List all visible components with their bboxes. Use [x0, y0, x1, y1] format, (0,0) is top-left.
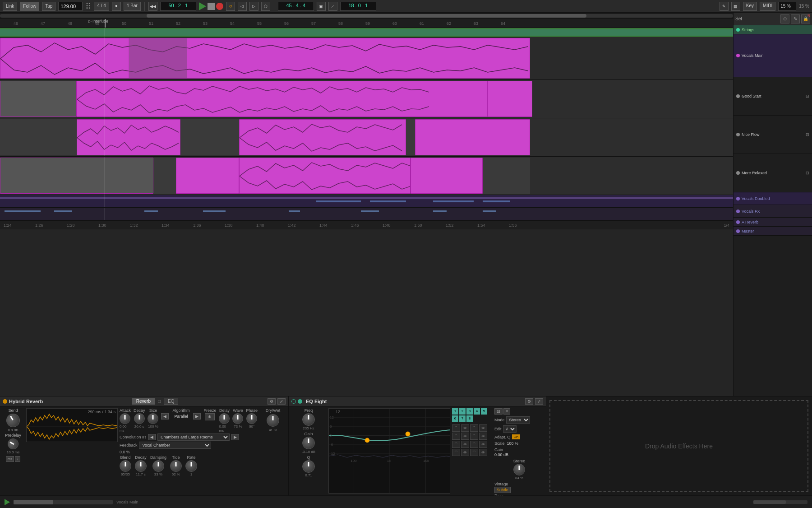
band-eye-5[interactable]: 👁 — [461, 441, 469, 448]
note-btn[interactable]: ♩ — [15, 456, 20, 462]
band-type-1[interactable]: ⌒ — [452, 424, 460, 432]
band-eye-6[interactable]: 👁 — [479, 441, 487, 448]
track-item-strings[interactable]: Strings — [734, 25, 812, 34]
track-item-vocals-main[interactable]: Vocals Main — [734, 34, 812, 77]
status-play-btn[interactable] — [5, 499, 10, 505]
band-type-7[interactable]: ⌒ — [452, 449, 460, 456]
band-eye-8[interactable]: 👁 — [479, 449, 487, 456]
track-item-a-reverb[interactable]: A Reverb — [734, 218, 812, 227]
rate-knob[interactable] — [185, 460, 197, 472]
more-relaxed-clip1[interactable] — [176, 158, 239, 194]
band-eye-1[interactable]: 👁 — [461, 424, 469, 432]
vintage-btn[interactable]: Subtle — [494, 487, 511, 493]
band-1-btn[interactable]: 1 — [452, 408, 458, 415]
reverb-tab-eq[interactable]: EQ — [164, 398, 178, 405]
eq-btn-1[interactable]: ⊡ — [494, 408, 503, 415]
stop-button[interactable] — [208, 3, 215, 10]
reverb-tab-reverb[interactable]: Reverb — [132, 398, 155, 405]
gain-knob[interactable] — [302, 437, 315, 449]
punch-out-button[interactable]: ▷ — [249, 2, 258, 11]
midi-button[interactable]: MIDI — [760, 2, 775, 11]
good-start-clip[interactable] — [77, 81, 528, 117]
edit-select[interactable]: A — [503, 425, 517, 433]
pencil-button[interactable]: ✎ — [720, 2, 729, 11]
reverb-resize-btn[interactable]: ⤢ — [277, 398, 286, 405]
attack-knob[interactable] — [120, 413, 130, 424]
band-4-btn[interactable]: 4 — [474, 408, 480, 415]
ir-prev-btn[interactable]: ◀ — [148, 434, 156, 440]
key-button[interactable]: Key — [743, 2, 757, 11]
nice-flow-track[interactable] — [0, 118, 733, 157]
zoom-input[interactable] — [778, 2, 796, 11]
size-knob[interactable] — [148, 413, 158, 424]
time-sig[interactable]: 4 / 4 — [94, 2, 109, 11]
tide-knob[interactable] — [170, 460, 182, 472]
follow-button[interactable]: Follow — [20, 2, 39, 11]
band-2-btn[interactable]: 2 — [459, 408, 466, 415]
band-3-btn[interactable]: 3 — [466, 408, 473, 415]
band-type-5[interactable]: ⌒ — [452, 441, 460, 448]
left-arrow-button[interactable]: ◀◀ — [148, 2, 157, 11]
tap-button[interactable]: Tap — [42, 2, 55, 11]
eq-btn-2[interactable]: ≡ — [503, 408, 510, 415]
band-8-btn[interactable]: 8 — [466, 415, 473, 422]
link-button[interactable]: Link — [3, 2, 17, 11]
eq-resize-btn[interactable]: ⤢ — [535, 398, 543, 405]
band-type-8[interactable]: ⌒ — [470, 449, 478, 456]
pencil-btn[interactable]: ✎ — [791, 14, 800, 23]
band-eye-2[interactable]: 👁 — [479, 424, 487, 432]
track-item-vocals-fx[interactable]: Vocals FX — [734, 205, 812, 218]
more-relaxed-track[interactable] — [0, 157, 733, 195]
mode-select[interactable]: Stereo — [506, 416, 530, 424]
decay2-knob[interactable] — [135, 460, 147, 472]
band-type-3[interactable]: ⌒ — [452, 433, 460, 440]
algo-prev-btn[interactable]: ◀ — [161, 413, 169, 419]
freeze-btn[interactable]: ❄ — [205, 413, 215, 420]
vocals-doubled-track[interactable] — [0, 195, 733, 208]
wave-knob[interactable] — [232, 413, 243, 424]
bpm-input[interactable] — [58, 2, 83, 11]
nice-flow-clip1[interactable] — [77, 119, 180, 155]
predelay-knob[interactable] — [6, 437, 21, 452]
vocals-fx-track[interactable] — [0, 208, 733, 220]
drop-zone[interactable]: Drop Audio Effects Here — [549, 400, 808, 492]
eq-active-dot[interactable] — [298, 399, 302, 404]
eq-graph[interactable]: 12 6 0 -6 -12 100 1k 10k 12 — [328, 408, 450, 494]
eq-power-btn[interactable] — [291, 399, 296, 404]
band-eye-3[interactable]: 👁 — [461, 433, 469, 440]
band-type-4[interactable]: ⌒ — [470, 433, 478, 440]
grid-button[interactable]: ▦ — [731, 2, 740, 11]
vocals-main-track[interactable] — [0, 37, 733, 80]
track-item-nice-flow[interactable]: Nice Flow ⊡ — [734, 116, 812, 154]
more-relaxed-clip3[interactable] — [411, 158, 483, 194]
scroll-bar[interactable] — [0, 14, 733, 18]
blend-knob[interactable] — [120, 460, 131, 472]
reverb-settings-btn[interactable]: ⚙ — [268, 398, 276, 405]
band-eye-4[interactable]: 👁 — [479, 433, 487, 440]
band-type-2[interactable]: ⌒ — [470, 424, 478, 432]
marker-button[interactable]: ▣ — [317, 2, 326, 11]
band-7-btn[interactable]: 7 — [459, 415, 466, 422]
nice-flow-clip3[interactable] — [415, 119, 530, 155]
band-5-btn[interactable]: 5 — [481, 408, 487, 415]
nice-flow-clip2[interactable] — [239, 119, 406, 155]
good-start-clip2[interactable] — [487, 81, 532, 117]
adapt-q-on-btn[interactable]: On — [512, 434, 521, 439]
track-item-good-start[interactable]: Good Start ⊡ — [734, 77, 812, 116]
metro-button[interactable]: ⬡ — [261, 2, 270, 11]
track-item-vocals-doubled[interactable]: Vocals Doubled — [734, 192, 812, 205]
algo-next-btn[interactable]: ▶ — [193, 413, 201, 419]
circle-btn[interactable]: ⊙ — [780, 14, 789, 23]
stereo-knob[interactable] — [513, 464, 525, 475]
record-button[interactable] — [216, 3, 223, 10]
vocals-clip-main[interactable] — [0, 38, 530, 79]
eq-settings-btn[interactable]: ⚙ — [525, 398, 533, 405]
ms-btn[interactable]: ms — [6, 456, 14, 462]
band-type-6[interactable]: ⌒ — [470, 441, 478, 448]
freq-knob[interactable] — [302, 413, 315, 426]
more-relaxed-clip2[interactable] — [239, 158, 411, 194]
warp-button[interactable]: ⟋ — [328, 2, 337, 11]
ir-next-btn[interactable]: ▶ — [231, 434, 239, 440]
band-eye-7[interactable]: 👁 — [461, 449, 469, 456]
r-icon[interactable]: R — [807, 14, 811, 18]
